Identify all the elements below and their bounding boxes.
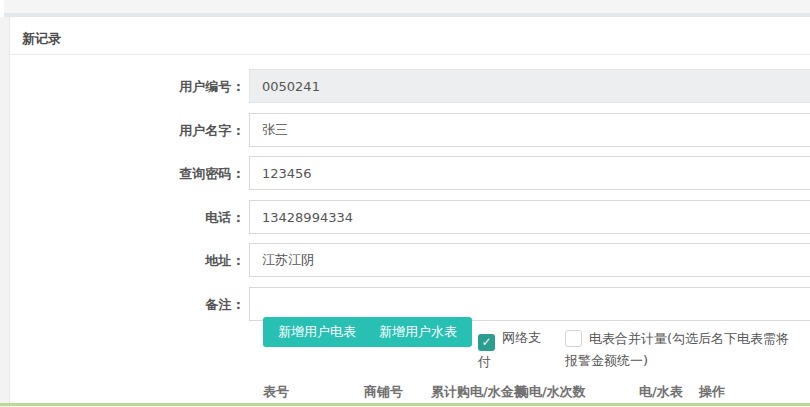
query-password-label: 查询密码 :: [10, 165, 241, 183]
column-header-total-amount: 累计购电/水金额: [431, 383, 527, 401]
panel-header-divider: [10, 54, 810, 55]
page-title: 新记录: [22, 30, 61, 48]
remark-field[interactable]: [249, 287, 810, 321]
new-record-panel: 新记录 用户编号 : 用户名字 : 查询密码 : 电话 : 地址 : 备注 : …: [9, 17, 810, 407]
user-id-field[interactable]: [249, 69, 810, 103]
form-row-query-password: 查询密码 :: [10, 156, 810, 190]
top-strip: [4, 0, 810, 13]
remark-label: 备注 :: [10, 296, 241, 314]
form-row-remark: 备注 :: [10, 287, 810, 321]
add-water-meter-button[interactable]: 新增用户水表: [364, 317, 472, 347]
column-header-shop-no: 商铺号: [364, 383, 403, 401]
column-header-purchase-count: 购电/水次数: [516, 383, 586, 401]
column-header-meter-type: 电/水表: [639, 383, 683, 401]
form-row-user-name: 用户名字 :: [10, 113, 810, 147]
merge-meter-checkbox-group[interactable]: 电表合并计量(勾选后名下电表需将报警金额统一): [565, 328, 799, 372]
address-label: 地址 :: [10, 252, 241, 270]
phone-label: 电话 :: [10, 209, 241, 227]
merge-meter-label: 电表合并计量(勾选后名下电表需将报警金额统一): [565, 331, 789, 368]
bottom-green-divider: [0, 403, 810, 406]
column-header-meter-no: 表号: [263, 383, 289, 401]
form-row-user-id: 用户编号 :: [10, 69, 810, 103]
checkmark-icon: ✓: [481, 335, 491, 349]
phone-field[interactable]: [249, 200, 810, 234]
network-payment-checkbox[interactable]: ✓: [478, 334, 495, 351]
column-header-actions: 操作: [699, 383, 725, 401]
user-name-field[interactable]: [249, 113, 810, 147]
form-row-address: 地址 :: [10, 243, 810, 277]
user-id-label: 用户编号 :: [10, 78, 241, 96]
meter-table-header-row: 表号 商铺号 累计购电/水金额 购电/水次数 电/水表 操作: [10, 377, 810, 403]
query-password-field[interactable]: [249, 156, 810, 190]
network-payment-checkbox-group[interactable]: ✓网络支付: [478, 327, 544, 373]
address-field[interactable]: [249, 243, 810, 277]
add-electric-meter-button[interactable]: 新增用户电表: [263, 317, 371, 347]
merge-meter-checkbox[interactable]: [565, 330, 582, 347]
page: 新记录 用户编号 : 用户名字 : 查询密码 : 电话 : 地址 : 备注 : …: [0, 0, 810, 407]
user-name-label: 用户名字 :: [10, 122, 241, 140]
form-row-phone: 电话 :: [10, 200, 810, 234]
left-gutter: [0, 17, 9, 407]
